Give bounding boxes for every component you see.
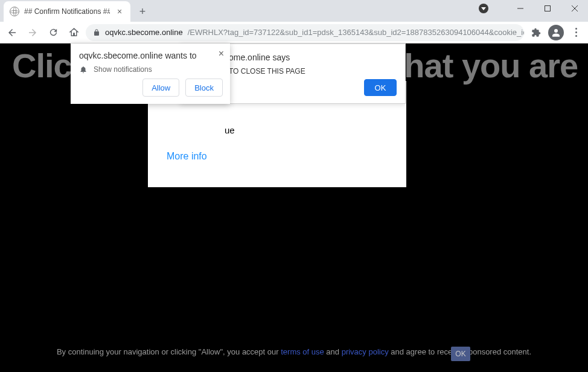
browser-toolbar: oqvkc.sbecome.online/EWRHLX?tag_id=73712… bbox=[0, 22, 588, 43]
window-maximize-button[interactable] bbox=[534, 0, 561, 17]
globe-icon bbox=[10, 7, 19, 16]
extension-shield-icon[interactable] bbox=[473, 0, 494, 17]
address-bar[interactable]: oqvkc.sbecome.online/EWRHLX?tag_id=73712… bbox=[86, 24, 524, 41]
notification-prompt: × oqvkc.sbecome.online wants to Show not… bbox=[71, 43, 230, 104]
forward-button[interactable] bbox=[24, 24, 41, 41]
more-info-link[interactable]: More info bbox=[167, 151, 207, 162]
tab-close-button[interactable]: × bbox=[115, 7, 124, 16]
back-button[interactable] bbox=[4, 24, 21, 41]
notification-permission-label: Show notifications bbox=[94, 65, 152, 74]
tab-title: ## Confirm Notifications ## bbox=[24, 7, 110, 16]
extensions-icon[interactable] bbox=[528, 24, 545, 41]
terms-link[interactable]: terms of use bbox=[281, 347, 324, 356]
notification-allow-button[interactable]: Allow bbox=[142, 79, 179, 97]
notification-close-button[interactable]: × bbox=[219, 48, 224, 59]
consent-ok-button[interactable]: OK bbox=[451, 347, 470, 361]
alert-ok-button[interactable]: OK bbox=[364, 79, 397, 96]
url-host: oqvkc.sbecome.online bbox=[105, 28, 183, 37]
notification-block-button[interactable]: Block bbox=[185, 79, 223, 97]
home-button[interactable] bbox=[65, 24, 82, 41]
privacy-link[interactable]: privacy policy bbox=[342, 347, 389, 356]
continue-text-fragment: ue bbox=[225, 125, 235, 135]
footer-and: and bbox=[324, 347, 342, 356]
consent-footer: By continuing your navigation or clickin… bbox=[0, 346, 588, 358]
notification-origin: oqvkc.sbecome.online wants to bbox=[71, 43, 230, 64]
new-tab-button[interactable]: + bbox=[134, 3, 151, 20]
profile-avatar[interactable] bbox=[548, 25, 564, 40]
browser-tab[interactable]: ## Confirm Notifications ## × bbox=[4, 1, 130, 22]
lock-icon bbox=[93, 29, 100, 36]
bell-icon bbox=[79, 65, 88, 74]
url-path: /EWRHLX?tag_id=737122&sub_id1=pdsk_13651… bbox=[188, 28, 524, 37]
svg-rect-1 bbox=[545, 6, 550, 11]
window-minimize-button[interactable] bbox=[507, 0, 534, 17]
footer-text-pre: By continuing your navigation or clickin… bbox=[57, 347, 281, 356]
reload-button[interactable] bbox=[45, 24, 62, 41]
window-close-button[interactable] bbox=[561, 0, 588, 17]
browser-menu-button[interactable] bbox=[567, 28, 584, 37]
